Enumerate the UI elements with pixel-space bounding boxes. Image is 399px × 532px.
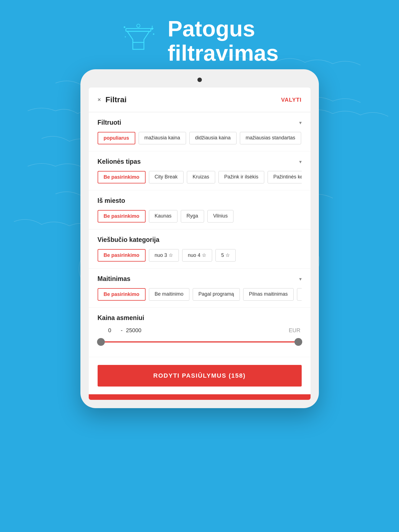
svg-point-3 bbox=[152, 26, 153, 27]
tag-maziausia-kaina[interactable]: mažiausia kaina bbox=[139, 132, 186, 144]
slider-thumb-min[interactable] bbox=[97, 338, 105, 346]
tag-pazink-ilsekis[interactable]: Pažink ir ilsėkis bbox=[218, 171, 264, 183]
price-slider[interactable] bbox=[100, 337, 299, 347]
tag-ryga[interactable]: Ryga bbox=[181, 210, 204, 222]
cta-section: RODYTI PASIŪLYMUS (158) bbox=[89, 357, 311, 394]
tag-be-pasirinkimo-maitinimas[interactable]: Be pasirinkimo bbox=[98, 288, 146, 301]
section-is-miesto-header: Iš miesto bbox=[98, 197, 302, 204]
tag-pagal-programa[interactable]: Pagal programą bbox=[193, 288, 240, 301]
section-maitinimas-header: Maitinimas ▾ bbox=[98, 275, 302, 283]
section-filtruoti-header: Filtruoti ▾ bbox=[98, 119, 302, 126]
section-viesbucio-kategorija-header: Viešbučio kategorija bbox=[98, 236, 302, 244]
section-maitinimas-title: Maitinimas bbox=[98, 275, 131, 283]
slider-track bbox=[104, 341, 296, 342]
svg-point-5 bbox=[125, 36, 126, 37]
tag-city-break[interactable]: City Break bbox=[149, 171, 184, 183]
tag-pusryciai[interactable]: Pusryčiai bbox=[297, 288, 302, 301]
tag-nuo-3-zvaigzdes[interactable]: nuo 3 ☆ bbox=[149, 249, 179, 262]
filter-title: Filtrai bbox=[105, 95, 126, 104]
filter-header-left: × Filtrai bbox=[98, 95, 127, 104]
clear-filters-button[interactable]: VALYTI bbox=[281, 97, 302, 103]
filtruoti-tags: populiarus mažiausia kaina didžiausia ka… bbox=[98, 132, 302, 144]
header-title-line2: filtravimas bbox=[167, 41, 278, 65]
chevron-down-icon: ▾ bbox=[299, 120, 302, 126]
price-section-header: Kaina asmeniui bbox=[98, 314, 302, 322]
section-keliones-tipas: Kelionės tipas ▾ Be pasirinkimo City Bre… bbox=[89, 151, 311, 190]
tag-be-pasirinkimo-tipas[interactable]: Be pasirinkimo bbox=[98, 171, 146, 183]
tag-be-maitinimo[interactable]: Be maitinimo bbox=[149, 288, 189, 301]
tag-populiarus[interactable]: populiarus bbox=[98, 132, 135, 144]
tablet-frame: × Filtrai VALYTI Filtruoti ▾ populiarus … bbox=[80, 69, 319, 408]
section-viesbucio-kategorija-title: Viešbučio kategorija bbox=[98, 236, 159, 244]
chevron-down-icon: ▾ bbox=[299, 159, 302, 165]
price-row: 0 - 25000 EUR bbox=[98, 327, 302, 334]
tag-be-pasirinkimo-viesbucio[interactable]: Be pasirinkimo bbox=[98, 249, 146, 262]
section-filtruoti-title: Filtruoti bbox=[98, 119, 121, 126]
filter-header: × Filtrai VALYTI bbox=[89, 88, 311, 112]
is-miesto-tags: Be pasirinkimo Kaunas Ryga Vilnius bbox=[98, 210, 302, 222]
viesbucio-kategorija-tags: Be pasirinkimo nuo 3 ☆ nuo 4 ☆ 5 ☆ bbox=[98, 249, 302, 262]
show-offers-button[interactable]: RODYTI PASIŪLYMUS (158) bbox=[98, 365, 302, 387]
tag-pilnas-maitinimas[interactable]: Pilnas maitinimas bbox=[243, 288, 294, 301]
tag-nuo-4-zvaigzdes[interactable]: nuo 4 ☆ bbox=[182, 249, 212, 262]
bottom-bar bbox=[89, 394, 311, 400]
section-is-miesto-title: Iš miesto bbox=[98, 197, 125, 204]
tablet-screen: × Filtrai VALYTI Filtruoti ▾ populiarus … bbox=[89, 88, 311, 400]
header: Patogus filtravimas bbox=[0, 17, 399, 65]
tablet-camera bbox=[197, 78, 202, 82]
price-section-title: Kaina asmeniui bbox=[98, 314, 144, 322]
tag-be-pasirinkimo-miestas[interactable]: Be pasirinkimo bbox=[98, 210, 146, 222]
price-max-value: 25000 bbox=[123, 327, 145, 334]
svg-point-2 bbox=[124, 26, 125, 28]
keliones-tipas-tags: Be pasirinkimo City Break Kruizas Pažink… bbox=[98, 171, 302, 183]
header-title-line1: Patogus bbox=[167, 17, 278, 41]
tag-didziausia-kaina[interactable]: didžiausia kaina bbox=[189, 132, 237, 144]
tag-kruizas[interactable]: Kruizas bbox=[187, 171, 215, 183]
filter-illustration-icon bbox=[120, 23, 156, 59]
price-separator: - bbox=[121, 327, 123, 334]
price-currency-label: EUR bbox=[289, 327, 300, 334]
price-min-value: 0 bbox=[99, 327, 121, 334]
section-maitinimas: Maitinimas ▾ Be pasirinkimo Be maitinimo… bbox=[89, 268, 311, 308]
section-filtruoti: Filtruoti ▾ populiarus mažiausia kaina d… bbox=[89, 112, 311, 151]
section-keliones-tipas-header: Kelionės tipas ▾ bbox=[98, 158, 302, 165]
section-viesbucio-kategorija: Viešbučio kategorija Be pasirinkimo nuo … bbox=[89, 229, 311, 268]
svg-point-4 bbox=[153, 34, 154, 35]
close-icon[interactable]: × bbox=[98, 96, 101, 103]
slider-thumb-max[interactable] bbox=[294, 338, 302, 346]
svg-point-6 bbox=[137, 24, 140, 27]
tag-maziausias-standartas[interactable]: mažiausias standartas bbox=[240, 132, 301, 144]
tag-kaunas[interactable]: Kaunas bbox=[149, 210, 177, 222]
maitinimas-tags: Be pasirinkimo Be maitinimo Pagal progra… bbox=[98, 288, 302, 301]
chevron-down-icon: ▾ bbox=[299, 276, 302, 282]
section-keliones-tipas-title: Kelionės tipas bbox=[98, 158, 141, 165]
section-is-miesto: Iš miesto Be pasirinkimo Kaunas Ryga Vil… bbox=[89, 190, 311, 229]
tag-5-zvaigzdes[interactable]: 5 ☆ bbox=[215, 249, 236, 262]
price-section: Kaina asmeniui 0 - 25000 EUR bbox=[89, 308, 311, 357]
header-title: Patogus filtravimas bbox=[167, 17, 278, 65]
tag-pazintines-keliones[interactable]: Pažintinės kelionės bbox=[268, 171, 302, 183]
tag-vilnius[interactable]: Vilnius bbox=[207, 210, 234, 222]
